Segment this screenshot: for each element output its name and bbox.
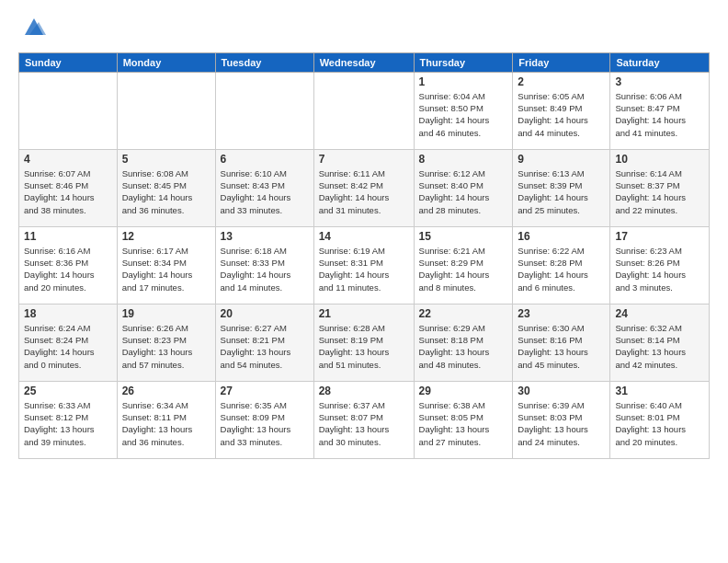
day-info: Sunrise: 6:13 AM Sunset: 8:39 PM Dayligh…	[518, 167, 605, 216]
day-number: 24	[615, 307, 704, 320]
day-info: Sunrise: 6:27 AM Sunset: 8:21 PM Dayligh…	[221, 322, 309, 371]
day-info: Sunrise: 6:26 AM Sunset: 8:23 PM Dayligh…	[122, 322, 210, 371]
calendar-cell: 26Sunrise: 6:34 AM Sunset: 8:11 PM Dayli…	[117, 381, 215, 458]
weekday-header-wednesday: Wednesday	[313, 52, 414, 72]
day-number: 2	[518, 75, 605, 88]
calendar-cell: 27Sunrise: 6:35 AM Sunset: 8:09 PM Dayli…	[215, 381, 313, 458]
page: SundayMondayTuesdayWednesdayThursdayFrid…	[0, 0, 728, 468]
calendar-cell: 1Sunrise: 6:04 AM Sunset: 8:50 PM Daylig…	[414, 72, 513, 149]
day-number: 17	[615, 230, 704, 243]
calendar-cell	[313, 72, 414, 149]
day-number: 9	[518, 153, 605, 166]
day-number: 26	[122, 385, 210, 397]
day-number: 13	[221, 230, 309, 243]
day-info: Sunrise: 6:22 AM Sunset: 8:28 PM Dayligh…	[518, 245, 605, 293]
day-number: 25	[24, 385, 112, 397]
calendar-cell: 20Sunrise: 6:27 AM Sunset: 8:21 PM Dayli…	[215, 304, 313, 381]
day-info: Sunrise: 6:04 AM Sunset: 8:50 PM Dayligh…	[419, 90, 508, 139]
day-info: Sunrise: 6:06 AM Sunset: 8:47 PM Dayligh…	[615, 90, 704, 139]
logo-icon	[20, 15, 48, 40]
calendar-cell: 10Sunrise: 6:14 AM Sunset: 8:37 PM Dayli…	[610, 149, 710, 226]
day-info: Sunrise: 6:08 AM Sunset: 8:45 PM Dayligh…	[122, 167, 210, 216]
day-info: Sunrise: 6:07 AM Sunset: 8:46 PM Dayligh…	[24, 167, 112, 216]
day-info: Sunrise: 6:16 AM Sunset: 8:36 PM Dayligh…	[24, 245, 112, 293]
day-number: 8	[419, 153, 508, 166]
day-number: 6	[221, 153, 309, 166]
day-number: 12	[122, 230, 210, 243]
day-number: 11	[24, 230, 112, 243]
day-number: 14	[319, 230, 409, 243]
calendar-cell: 8Sunrise: 6:12 AM Sunset: 8:40 PM Daylig…	[414, 149, 513, 226]
day-info: Sunrise: 6:05 AM Sunset: 8:49 PM Dayligh…	[518, 90, 605, 139]
calendar-week-1: 1Sunrise: 6:04 AM Sunset: 8:50 PM Daylig…	[19, 72, 710, 149]
weekday-header-friday: Friday	[513, 52, 610, 72]
calendar-cell: 30Sunrise: 6:39 AM Sunset: 8:03 PM Dayli…	[513, 381, 610, 458]
calendar-cell: 13Sunrise: 6:18 AM Sunset: 8:33 PM Dayli…	[215, 226, 313, 304]
day-number: 20	[221, 307, 309, 320]
day-info: Sunrise: 6:24 AM Sunset: 8:24 PM Dayligh…	[24, 322, 112, 371]
calendar-cell: 29Sunrise: 6:38 AM Sunset: 8:05 PM Dayli…	[414, 381, 513, 458]
calendar-cell: 28Sunrise: 6:37 AM Sunset: 8:07 PM Dayli…	[313, 381, 414, 458]
calendar-week-5: 25Sunrise: 6:33 AM Sunset: 8:12 PM Dayli…	[19, 381, 710, 458]
day-info: Sunrise: 6:21 AM Sunset: 8:29 PM Dayligh…	[419, 245, 508, 293]
calendar-cell: 7Sunrise: 6:11 AM Sunset: 8:42 PM Daylig…	[313, 149, 414, 226]
calendar-cell: 31Sunrise: 6:40 AM Sunset: 8:01 PM Dayli…	[610, 381, 710, 458]
header	[18, 15, 710, 45]
day-number: 29	[419, 385, 508, 397]
calendar-cell: 6Sunrise: 6:10 AM Sunset: 8:43 PM Daylig…	[215, 149, 313, 226]
calendar-cell: 23Sunrise: 6:30 AM Sunset: 8:16 PM Dayli…	[513, 304, 610, 381]
day-number: 22	[419, 307, 508, 320]
calendar-cell: 17Sunrise: 6:23 AM Sunset: 8:26 PM Dayli…	[610, 226, 710, 304]
day-info: Sunrise: 6:35 AM Sunset: 8:09 PM Dayligh…	[221, 399, 309, 448]
day-info: Sunrise: 6:17 AM Sunset: 8:34 PM Dayligh…	[122, 245, 210, 293]
calendar-cell	[19, 72, 118, 149]
day-number: 31	[615, 385, 704, 397]
weekday-header-monday: Monday	[117, 52, 215, 72]
calendar-week-4: 18Sunrise: 6:24 AM Sunset: 8:24 PM Dayli…	[19, 304, 710, 381]
day-info: Sunrise: 6:30 AM Sunset: 8:16 PM Dayligh…	[518, 322, 605, 371]
day-info: Sunrise: 6:18 AM Sunset: 8:33 PM Dayligh…	[221, 245, 309, 293]
day-number: 30	[518, 385, 605, 397]
day-info: Sunrise: 6:19 AM Sunset: 8:31 PM Dayligh…	[319, 245, 409, 293]
calendar-cell: 21Sunrise: 6:28 AM Sunset: 8:19 PM Dayli…	[313, 304, 414, 381]
day-number: 15	[419, 230, 508, 243]
day-info: Sunrise: 6:37 AM Sunset: 8:07 PM Dayligh…	[319, 399, 409, 448]
day-info: Sunrise: 6:11 AM Sunset: 8:42 PM Dayligh…	[319, 167, 409, 216]
day-info: Sunrise: 6:14 AM Sunset: 8:37 PM Dayligh…	[615, 167, 704, 216]
calendar-cell	[117, 72, 215, 149]
calendar-cell: 24Sunrise: 6:32 AM Sunset: 8:14 PM Dayli…	[610, 304, 710, 381]
calendar-cell	[215, 72, 313, 149]
calendar-cell: 12Sunrise: 6:17 AM Sunset: 8:34 PM Dayli…	[117, 226, 215, 304]
calendar-cell: 18Sunrise: 6:24 AM Sunset: 8:24 PM Dayli…	[19, 304, 118, 381]
calendar-cell: 2Sunrise: 6:05 AM Sunset: 8:49 PM Daylig…	[513, 72, 610, 149]
day-number: 18	[24, 307, 112, 320]
day-info: Sunrise: 6:32 AM Sunset: 8:14 PM Dayligh…	[615, 322, 704, 371]
day-number: 4	[24, 153, 112, 166]
day-number: 27	[221, 385, 309, 397]
day-info: Sunrise: 6:12 AM Sunset: 8:40 PM Dayligh…	[419, 167, 508, 216]
day-number: 28	[319, 385, 409, 397]
day-number: 5	[122, 153, 210, 166]
calendar-cell: 3Sunrise: 6:06 AM Sunset: 8:47 PM Daylig…	[610, 72, 710, 149]
day-number: 3	[615, 75, 704, 88]
calendar-cell: 15Sunrise: 6:21 AM Sunset: 8:29 PM Dayli…	[414, 226, 513, 304]
weekday-header-tuesday: Tuesday	[215, 52, 313, 72]
day-info: Sunrise: 6:10 AM Sunset: 8:43 PM Dayligh…	[221, 167, 309, 216]
day-number: 7	[319, 153, 409, 166]
calendar-cell: 14Sunrise: 6:19 AM Sunset: 8:31 PM Dayli…	[313, 226, 414, 304]
day-info: Sunrise: 6:29 AM Sunset: 8:18 PM Dayligh…	[419, 322, 508, 371]
day-info: Sunrise: 6:28 AM Sunset: 8:19 PM Dayligh…	[319, 322, 409, 371]
day-info: Sunrise: 6:39 AM Sunset: 8:03 PM Dayligh…	[518, 399, 605, 448]
calendar-cell: 16Sunrise: 6:22 AM Sunset: 8:28 PM Dayli…	[513, 226, 610, 304]
calendar-cell: 25Sunrise: 6:33 AM Sunset: 8:12 PM Dayli…	[19, 381, 118, 458]
logo	[18, 15, 48, 45]
calendar-cell: 4Sunrise: 6:07 AM Sunset: 8:46 PM Daylig…	[19, 149, 118, 226]
day-number: 19	[122, 307, 210, 320]
weekday-header-saturday: Saturday	[610, 52, 710, 72]
day-info: Sunrise: 6:23 AM Sunset: 8:26 PM Dayligh…	[615, 245, 704, 293]
day-number: 23	[518, 307, 605, 320]
calendar-cell: 19Sunrise: 6:26 AM Sunset: 8:23 PM Dayli…	[117, 304, 215, 381]
calendar-cell: 9Sunrise: 6:13 AM Sunset: 8:39 PM Daylig…	[513, 149, 610, 226]
day-info: Sunrise: 6:40 AM Sunset: 8:01 PM Dayligh…	[615, 399, 704, 448]
calendar-week-3: 11Sunrise: 6:16 AM Sunset: 8:36 PM Dayli…	[19, 226, 710, 304]
